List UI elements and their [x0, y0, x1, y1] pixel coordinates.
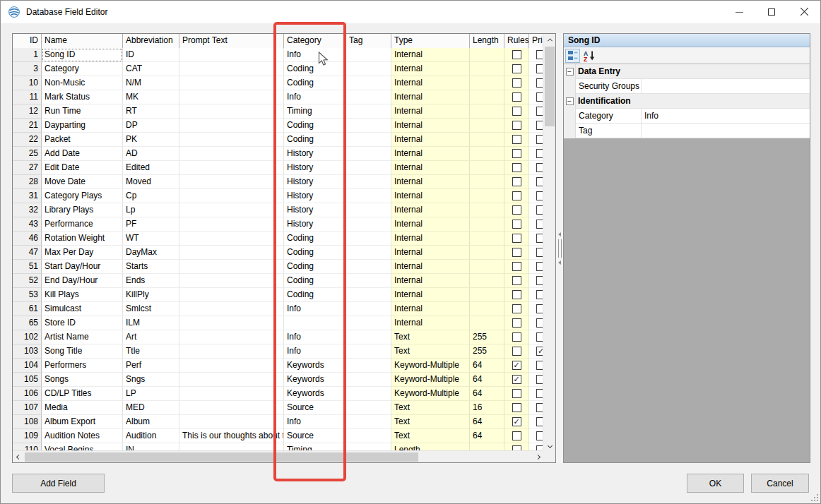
- row-pri-cell[interactable]: [529, 429, 544, 443]
- collapse-icon[interactable]: −: [566, 97, 574, 105]
- table-row[interactable]: 103Song TitleTtleInfoText255✓: [13, 344, 544, 359]
- rules-checkbox[interactable]: [512, 92, 521, 102]
- row-pri-cell[interactable]: [529, 232, 544, 246]
- row-length-cell[interactable]: [470, 316, 504, 330]
- row-prompt-cell[interactable]: [179, 175, 284, 189]
- row-type-cell[interactable]: Internal: [391, 217, 470, 232]
- row-abbr-cell[interactable]: Album: [123, 415, 179, 429]
- row-name-cell[interactable]: Run Time: [42, 104, 123, 119]
- table-horizontal-scrollbar[interactable]: [13, 450, 544, 462]
- table-row[interactable]: 108Album ExportAlbumInfoText64✓: [13, 415, 544, 429]
- rules-checkbox[interactable]: [512, 50, 521, 59]
- column-header-category[interactable]: Category: [284, 34, 346, 48]
- row-category-cell[interactable]: Source: [284, 429, 346, 443]
- row-length-cell[interactable]: 64: [470, 429, 504, 443]
- rules-checkbox[interactable]: [512, 205, 521, 215]
- row-pri-cell[interactable]: [529, 415, 544, 429]
- row-name-cell[interactable]: Library Plays: [42, 203, 123, 217]
- row-name-cell[interactable]: Kill Plays: [42, 288, 123, 302]
- table-row[interactable]: 28Move DateMovedHistoryInternal: [13, 175, 544, 189]
- row-name-cell[interactable]: Store ID: [42, 316, 123, 330]
- row-rules-cell[interactable]: ✓: [504, 415, 529, 429]
- column-header-name[interactable]: Name: [42, 34, 123, 48]
- row-type-cell[interactable]: Internal: [391, 62, 470, 76]
- row-tag-cell[interactable]: [346, 48, 391, 62]
- row-tag-cell[interactable]: [346, 217, 391, 232]
- table-row[interactable]: 47Max Per DayDayMaxCodingInternal: [13, 246, 544, 260]
- row-abbr-cell[interactable]: Edited: [123, 161, 179, 175]
- row-length-cell[interactable]: 16: [470, 401, 504, 415]
- row-prompt-cell[interactable]: [179, 232, 284, 246]
- row-type-cell[interactable]: Keyword-Multiple: [391, 373, 470, 387]
- row-category-cell[interactable]: Timing: [284, 443, 346, 450]
- row-pri-cell[interactable]: [529, 76, 544, 90]
- row-tag-cell[interactable]: [346, 119, 391, 133]
- row-rules-cell[interactable]: [504, 62, 529, 76]
- row-abbr-cell[interactable]: IN: [123, 443, 179, 450]
- rules-checkbox[interactable]: [512, 403, 521, 412]
- row-prompt-cell[interactable]: [179, 119, 284, 133]
- row-length-cell[interactable]: [470, 288, 504, 302]
- rules-checkbox[interactable]: [512, 431, 521, 440]
- row-name-cell[interactable]: Simulcast: [42, 302, 123, 316]
- row-tag-cell[interactable]: [346, 401, 391, 415]
- row-type-cell[interactable]: Keyword-Multiple: [391, 387, 470, 401]
- table-row[interactable]: 11Mark StatusMKInfoInternal: [13, 90, 544, 104]
- row-category-cell[interactable]: Source: [284, 401, 346, 415]
- row-tag-cell[interactable]: [346, 359, 391, 373]
- row-pri-cell[interactable]: [529, 246, 544, 260]
- table-row[interactable]: 3CategoryCATCodingInternal: [13, 62, 544, 76]
- row-pri-cell[interactable]: [529, 316, 544, 330]
- row-prompt-cell[interactable]: [179, 246, 284, 260]
- row-pri-cell[interactable]: [529, 203, 544, 217]
- row-type-cell[interactable]: Internal: [391, 260, 470, 274]
- scroll-left-button[interactable]: [13, 451, 25, 463]
- row-length-cell[interactable]: [470, 302, 504, 316]
- collapse-icon[interactable]: −: [566, 68, 574, 76]
- table-row[interactable]: 65Store IDILMInternal: [13, 316, 544, 330]
- row-category-cell[interactable]: Coding: [284, 274, 346, 288]
- table-row[interactable]: 27Edit DateEditedHistoryInternal: [13, 161, 544, 175]
- rules-checkbox[interactable]: [512, 121, 521, 130]
- row-tag-cell[interactable]: [346, 344, 391, 359]
- cancel-button[interactable]: Cancel: [751, 474, 809, 493]
- row-type-cell[interactable]: Internal: [391, 104, 470, 119]
- row-abbr-cell[interactable]: CAT: [123, 62, 179, 76]
- table-row[interactable]: 107MediaMEDSourceText16: [13, 401, 544, 415]
- rules-checkbox[interactable]: [512, 248, 521, 257]
- row-prompt-cell[interactable]: [179, 443, 284, 450]
- row-tag-cell[interactable]: [346, 288, 391, 302]
- row-category-cell[interactable]: Timing: [284, 104, 346, 119]
- row-length-cell[interactable]: [470, 260, 504, 274]
- row-prompt-cell[interactable]: [179, 62, 284, 76]
- row-length-cell[interactable]: [470, 104, 504, 119]
- rules-checkbox[interactable]: [512, 234, 521, 243]
- row-length-cell[interactable]: 64: [470, 387, 504, 401]
- property-group-row[interactable]: − Data Entry: [564, 64, 810, 79]
- rules-checkbox[interactable]: [512, 177, 521, 186]
- row-name-cell[interactable]: Media: [42, 401, 123, 415]
- row-length-cell[interactable]: [470, 189, 504, 203]
- row-prompt-cell[interactable]: [179, 387, 284, 401]
- row-tag-cell[interactable]: [346, 133, 391, 147]
- table-row[interactable]: 12Run TimeRTTimingInternal: [13, 104, 544, 119]
- property-value[interactable]: Info: [642, 109, 810, 124]
- row-pri-cell[interactable]: [529, 48, 544, 62]
- row-pri-cell[interactable]: [529, 443, 544, 450]
- row-rules-cell[interactable]: [504, 119, 529, 133]
- row-category-cell[interactable]: Info: [284, 90, 346, 104]
- row-type-cell[interactable]: Internal: [391, 203, 470, 217]
- row-abbr-cell[interactable]: Ttle: [123, 344, 179, 359]
- row-name-cell[interactable]: End Day/Hour: [42, 274, 123, 288]
- row-abbr-cell[interactable]: Sngs: [123, 373, 179, 387]
- row-prompt-cell[interactable]: [179, 104, 284, 119]
- row-tag-cell[interactable]: [346, 373, 391, 387]
- column-header-pri[interactable]: Pri: [529, 34, 544, 48]
- property-row[interactable]: Tag: [564, 124, 810, 138]
- row-category-cell[interactable]: Keywords: [284, 387, 346, 401]
- row-type-cell[interactable]: Internal: [391, 161, 470, 175]
- table-row[interactable]: 46Rotation WeightWTCodingInternal: [13, 232, 544, 246]
- row-tag-cell[interactable]: [346, 246, 391, 260]
- row-type-cell[interactable]: Length: [391, 443, 470, 450]
- rules-checkbox[interactable]: [512, 220, 521, 229]
